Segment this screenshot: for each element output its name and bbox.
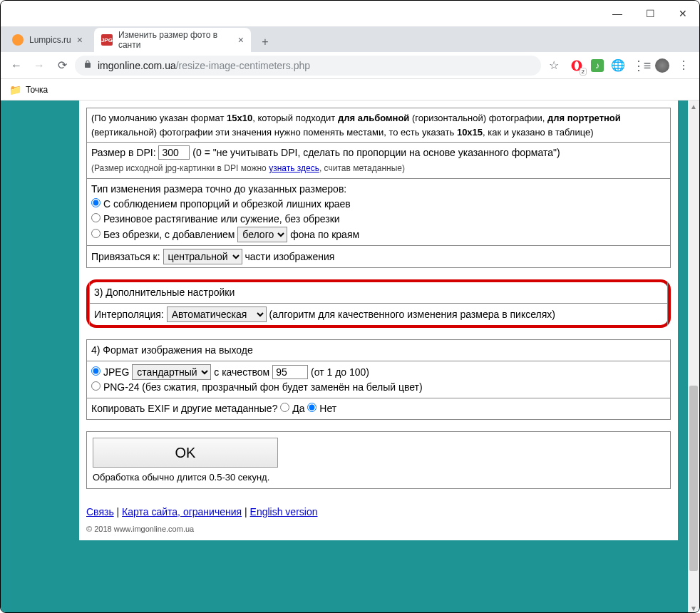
menu-button[interactable]: ⋮ [674, 56, 694, 76]
interpolation-note: (алгоритм для качественного изменения ра… [269, 309, 555, 320]
page-content: (По умолчанию указан формат 15x10, котор… [79, 101, 678, 540]
footer-links: Связь | Карта сайта, ограничения | Engli… [86, 506, 671, 517]
exif-no-radio[interactable] [307, 403, 316, 412]
resize-option-stretch[interactable]: Резиновое растягивание или сужение, без … [91, 213, 340, 225]
jpeg-type-select[interactable]: стандартный [132, 364, 211, 380]
anchor-row: Привязаться к: центральной части изображ… [87, 246, 670, 267]
folder-icon: 📁 [9, 84, 21, 96]
tab-title: Изменить размер фото в санти [118, 30, 232, 50]
new-tab-button[interactable]: + [255, 32, 275, 52]
back-button[interactable]: ← [6, 56, 26, 76]
url-input[interactable]: imgonline.com.ua/resize-image-centimeter… [75, 56, 541, 76]
resize-stretch-radio[interactable] [91, 213, 101, 222]
anchor-select[interactable]: центральной [163, 249, 242, 264]
star-icon[interactable]: ☆ [544, 56, 564, 76]
interpolation-row: Интерполяция: Автоматическая (алгоритм д… [90, 304, 667, 325]
tab-title: Lumpics.ru [29, 35, 71, 45]
tab-close-icon[interactable]: × [238, 34, 244, 46]
resize-option-padding[interactable]: Без обрезки, с добавлением белого фона п… [91, 229, 359, 240]
anchor-label: Привязаться к: [91, 251, 160, 262]
padding-color-select[interactable]: белого [237, 227, 287, 242]
tab-lumpics[interactable]: Lumpics.ru × [5, 28, 90, 52]
bookmark-item[interactable]: Точка [26, 85, 48, 95]
address-bar: ← → ⟳ imgonline.com.ua/resize-image-cent… [1, 52, 699, 79]
section-4-output-format: 4) Формат изображения на выходе JPEG ста… [86, 339, 671, 420]
scroll-up-arrow[interactable]: ▲ [688, 101, 699, 112]
forward-button[interactable]: → [29, 56, 49, 76]
scrollbar-thumb[interactable] [689, 386, 698, 571]
page-viewport: (По умолчанию указан формат 15x10, котор… [1, 101, 699, 613]
png-radio[interactable] [91, 381, 101, 391]
copyright-text: © 2018 www.imgonline.com.ua [86, 525, 671, 533]
dpi-label: Размер в DPI: [91, 147, 156, 158]
window-minimize-button[interactable]: — [601, 1, 634, 26]
vertical-scrollbar[interactable]: ▲ ▼ [688, 101, 699, 613]
favicon-icon: JPG [101, 34, 113, 46]
lock-icon [83, 60, 92, 71]
favicon-icon [12, 34, 24, 46]
window-maximize-button[interactable]: ☐ [634, 1, 666, 26]
tab-close-icon[interactable]: × [77, 34, 83, 46]
dpi-row: Размер в DPI: (0 = "не учитывать DPI, сд… [87, 143, 670, 179]
reading-list-icon[interactable]: ⋮≡ [631, 56, 651, 76]
extension-music-icon[interactable]: ♪ [591, 59, 604, 72]
dpi-info-link[interactable]: узнать здесь [269, 163, 319, 173]
exif-no-option[interactable]: Нет [307, 403, 336, 414]
bookmarks-bar: 📁 Точка [1, 79, 699, 101]
svg-point-1 [575, 61, 579, 70]
extension-globe-icon[interactable]: 🌐 [609, 57, 627, 74]
resize-type-label: Тип изменения размера точно до указанных… [91, 183, 346, 195]
jpeg-radio[interactable] [91, 366, 101, 376]
url-path: /resize-image-centimeters.php [176, 60, 310, 71]
processing-note: Обработка обычно длится 0.5-30 секунд. [93, 472, 269, 483]
exif-yes-radio[interactable] [280, 403, 289, 412]
tab-imgonline[interactable]: JPG Изменить размер фото в санти × [94, 28, 251, 52]
section-size-settings: (По умолчанию указан формат 15x10, котор… [86, 108, 671, 268]
resize-option-crop[interactable]: С соблюдением пропорций и обрезкой лишни… [91, 198, 351, 210]
footer-english-link[interactable]: English version [250, 506, 318, 517]
ok-button[interactable]: OK [93, 438, 278, 468]
dpi-input[interactable] [158, 145, 190, 160]
section-4-title: 4) Формат изображения на выходе [87, 340, 670, 361]
browser-tabs: Lumpics.ru × JPG Изменить размер фото в … [1, 26, 699, 52]
resize-type-row: Тип изменения размера точно до указанных… [87, 179, 670, 246]
exif-yes-option[interactable]: Да [280, 403, 304, 414]
footer-sitemap-link[interactable]: Карта сайта, ограничения [122, 506, 242, 517]
exif-row: Копировать EXIF и другие метаданные? Да … [87, 398, 670, 419]
interpolation-select[interactable]: Автоматическая [167, 306, 267, 322]
extension-badge: 2 [580, 68, 587, 76]
png-option[interactable]: PNG-24 (без сжатия, прозрачный фон будет… [91, 381, 423, 393]
reload-button[interactable]: ⟳ [52, 56, 72, 76]
default-format-note: (По умолчанию указан формат 15x10, котор… [87, 108, 670, 143]
footer-contact-link[interactable]: Связь [86, 506, 114, 517]
anchor-label-suffix: части изображения [245, 251, 334, 262]
window-close-button[interactable]: ✕ [666, 1, 699, 26]
section-3-highlight: 3) Дополнительные настройки Интерполяция… [86, 279, 671, 328]
resize-padding-radio[interactable] [91, 229, 101, 238]
resize-crop-radio[interactable] [91, 198, 101, 207]
section-3-title: 3) Дополнительные настройки [90, 282, 667, 304]
submit-section: OK Обработка обычно длится 0.5-30 секунд… [86, 431, 671, 489]
jpeg-quality-input[interactable] [272, 365, 308, 379]
interpolation-label: Интерполяция: [94, 309, 164, 320]
profile-avatar[interactable] [655, 58, 669, 73]
dpi-note: (0 = "не учитывать DPI, сделать по пропо… [192, 147, 560, 158]
scroll-down-arrow[interactable]: ▼ [688, 602, 699, 613]
exif-label: Копировать EXIF и другие метаданные? [91, 403, 277, 414]
jpeg-option[interactable]: JPEG стандартный с качеством (от 1 до 10… [91, 366, 369, 378]
extension-opera-icon[interactable]: 2 [568, 57, 585, 74]
window-titlebar: — ☐ ✕ [1, 1, 699, 26]
output-format-row: JPEG стандартный с качеством (от 1 до 10… [87, 361, 670, 398]
url-domain: imgonline.com.ua [98, 60, 176, 71]
